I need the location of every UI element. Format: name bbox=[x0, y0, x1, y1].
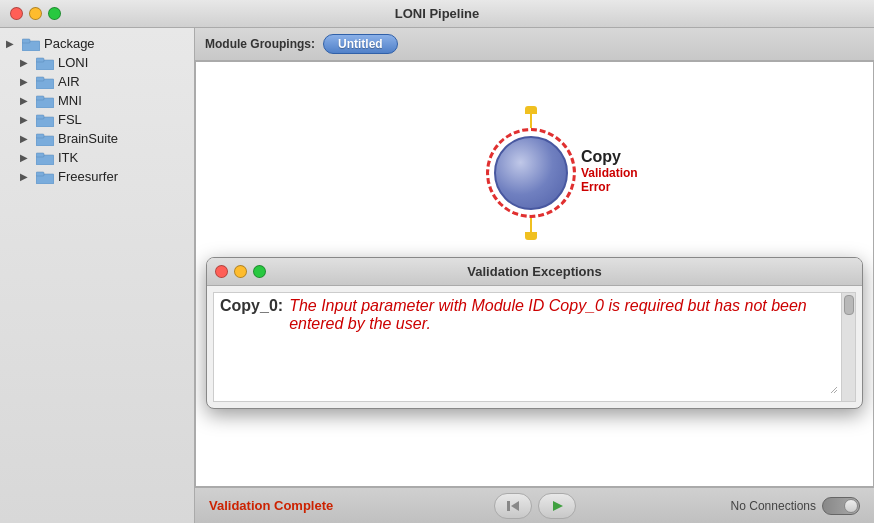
module-node[interactable]: Copy Validation Error bbox=[486, 112, 576, 234]
back-button[interactable] bbox=[494, 493, 532, 519]
sidebar-item-package[interactable]: ▶ Package bbox=[0, 34, 194, 53]
play-button[interactable] bbox=[538, 493, 576, 519]
canvas-area[interactable]: Copy Validation Error Validation Excepti… bbox=[195, 61, 874, 487]
sidebar-item-loni[interactable]: ▶ LONI bbox=[0, 53, 194, 72]
dialog-buttons bbox=[215, 265, 266, 278]
svg-rect-1 bbox=[22, 39, 30, 43]
dialog-title-text: Validation Exceptions bbox=[467, 264, 601, 279]
title-bar: LONI Pipeline bbox=[0, 0, 874, 28]
svg-line-16 bbox=[831, 387, 837, 393]
connector-top bbox=[530, 112, 532, 128]
svg-rect-7 bbox=[36, 96, 44, 100]
sidebar-label-itk: ITK bbox=[58, 150, 78, 165]
playback-controls bbox=[494, 493, 576, 519]
connections-label: No Connections bbox=[731, 499, 816, 513]
folder-icon bbox=[36, 94, 54, 108]
folder-icon bbox=[36, 132, 54, 146]
bottom-bar: Validation Complete No Connectio bbox=[195, 487, 874, 523]
exception-message: The Input parameter with Module ID Copy_… bbox=[289, 297, 835, 333]
scrollbar[interactable] bbox=[841, 293, 855, 401]
svg-rect-9 bbox=[36, 115, 44, 119]
sidebar-item-itk[interactable]: ▶ ITK bbox=[0, 148, 194, 167]
arrow-icon: ▶ bbox=[6, 38, 18, 49]
sidebar-label-freesurfer: Freesurfer bbox=[58, 169, 118, 184]
svg-rect-3 bbox=[36, 58, 44, 62]
dialog-title-bar: Validation Exceptions bbox=[207, 258, 862, 286]
main-layout: ▶ Package ▶ LONI ▶ bbox=[0, 28, 874, 523]
sidebar-label-brainsuite: BrainSuite bbox=[58, 131, 118, 146]
window-title: LONI Pipeline bbox=[395, 6, 480, 21]
module-label-area: Copy Validation Error bbox=[581, 148, 638, 194]
sidebar-label-package: Package bbox=[44, 36, 95, 51]
arrow-icon: ▶ bbox=[20, 95, 32, 106]
resize-handle[interactable] bbox=[829, 381, 839, 399]
sidebar-label-loni: LONI bbox=[58, 55, 88, 70]
folder-icon bbox=[36, 56, 54, 70]
sidebar-item-mni[interactable]: ▶ MNI bbox=[0, 91, 194, 110]
folder-icon bbox=[36, 113, 54, 127]
maximize-button[interactable] bbox=[48, 7, 61, 20]
title-bar-buttons bbox=[10, 7, 61, 20]
dialog-minimize-button[interactable] bbox=[234, 265, 247, 278]
svg-rect-13 bbox=[36, 153, 44, 157]
validation-status: Validation Complete bbox=[209, 498, 333, 513]
arrow-icon: ▶ bbox=[20, 152, 32, 163]
arrow-icon: ▶ bbox=[20, 76, 32, 87]
sidebar-item-freesurfer[interactable]: ▶ Freesurfer bbox=[0, 167, 194, 186]
svg-rect-15 bbox=[36, 172, 44, 176]
exception-row: Copy_0: The Input parameter with Module … bbox=[214, 293, 855, 337]
folder-icon bbox=[36, 75, 54, 89]
folder-icon bbox=[36, 170, 54, 184]
arrow-icon: ▶ bbox=[20, 57, 32, 68]
folder-icon bbox=[36, 151, 54, 165]
module-circle bbox=[494, 136, 568, 210]
sidebar-label-fsl: FSL bbox=[58, 112, 82, 127]
arrow-icon: ▶ bbox=[20, 114, 32, 125]
content-area: Module Groupings: Untitled Copy Validati… bbox=[195, 28, 874, 523]
svg-marker-18 bbox=[511, 501, 519, 511]
folder-icon bbox=[22, 37, 40, 51]
module-circle-wrapper bbox=[486, 128, 576, 218]
toggle-knob bbox=[844, 499, 858, 513]
tab-untitled[interactable]: Untitled bbox=[323, 34, 398, 54]
sidebar-item-air[interactable]: ▶ AIR bbox=[0, 72, 194, 91]
sidebar: ▶ Package ▶ LONI ▶ bbox=[0, 28, 195, 523]
arrow-icon: ▶ bbox=[20, 171, 32, 182]
scrollbar-thumb[interactable] bbox=[844, 295, 854, 315]
sidebar-label-mni: MNI bbox=[58, 93, 82, 108]
tab-bar: Module Groupings: Untitled bbox=[195, 28, 874, 61]
validation-exceptions-dialog[interactable]: Validation Exceptions Copy_0: The Input … bbox=[206, 257, 863, 409]
module-validation-error: Validation Error bbox=[581, 166, 638, 194]
svg-rect-11 bbox=[36, 134, 44, 138]
dialog-maximize-button[interactable] bbox=[253, 265, 266, 278]
module-name: Copy bbox=[581, 148, 638, 166]
svg-rect-19 bbox=[507, 501, 510, 511]
sidebar-item-brainsuite[interactable]: ▶ BrainSuite bbox=[0, 129, 194, 148]
dialog-close-button[interactable] bbox=[215, 265, 228, 278]
svg-marker-20 bbox=[553, 501, 563, 511]
minimize-button[interactable] bbox=[29, 7, 42, 20]
sidebar-label-air: AIR bbox=[58, 74, 80, 89]
connections-area: No Connections bbox=[731, 497, 860, 515]
sidebar-item-fsl[interactable]: ▶ FSL bbox=[0, 110, 194, 129]
connections-toggle[interactable] bbox=[822, 497, 860, 515]
connector-bottom bbox=[530, 218, 532, 234]
exception-id: Copy_0: bbox=[220, 297, 283, 315]
svg-rect-5 bbox=[36, 77, 44, 81]
module-groupings-label: Module Groupings: bbox=[205, 37, 315, 51]
arrow-icon: ▶ bbox=[20, 133, 32, 144]
svg-line-17 bbox=[834, 390, 837, 393]
close-button[interactable] bbox=[10, 7, 23, 20]
